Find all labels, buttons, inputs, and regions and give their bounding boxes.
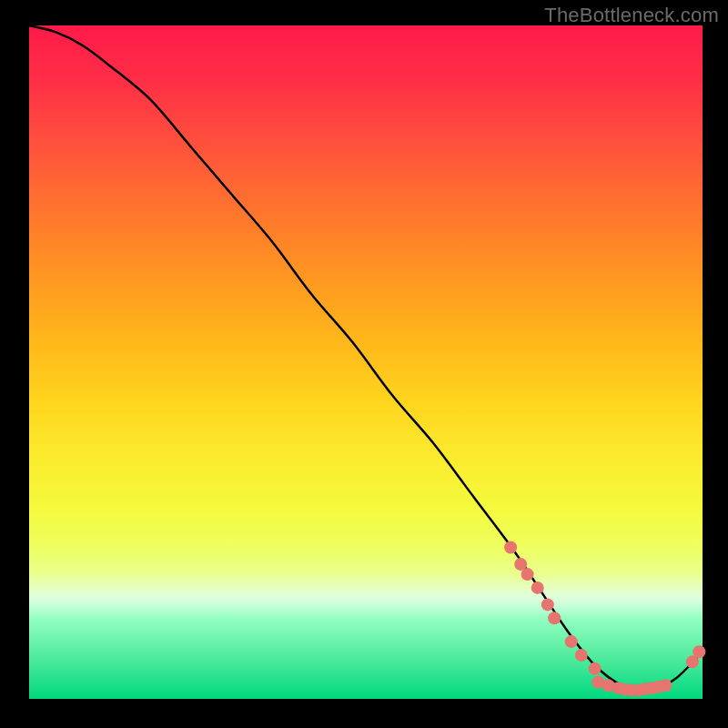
data-point [565,635,578,648]
data-point [548,612,561,624]
data-point [541,598,554,611]
data-point [531,581,544,594]
chart-overlay [29,25,703,699]
data-point [504,541,517,554]
data-point [693,645,705,658]
watermark-text: TheBottleneck.com [544,4,719,27]
data-point [521,568,534,581]
bottleneck-curve [29,25,703,693]
plot-area [29,25,703,699]
data-point [589,662,602,675]
data-point [659,679,672,692]
chart-container: TheBottleneck.com [0,0,728,728]
data-point [575,649,588,662]
